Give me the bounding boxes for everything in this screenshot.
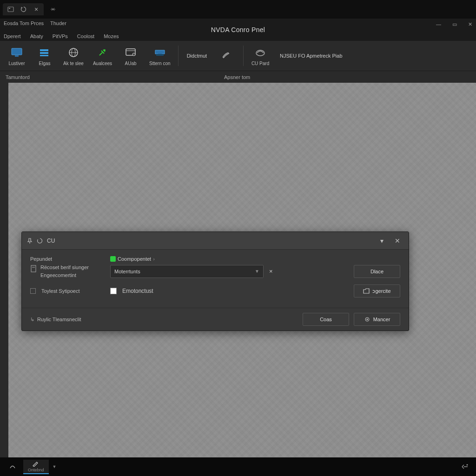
tool-aualcees[interactable]: Aualcees	[88, 44, 117, 68]
button-label: ɔgercite	[372, 288, 390, 294]
mancer-button[interactable]: Mancer	[354, 313, 400, 326]
subheader-left-label: Tamuntord	[0, 74, 218, 80]
clear-select-button[interactable]: ×	[269, 268, 273, 275]
sub-header: Tamuntord Apsner tom	[0, 71, 476, 83]
tool-label: Elgas	[39, 61, 50, 66]
taskbar-app-icon	[8, 463, 17, 469]
helmet-icon	[254, 46, 267, 59]
tab-refresh-icon[interactable]	[20, 5, 28, 13]
maximize-button[interactable]: ▭	[452, 21, 457, 27]
menu2-item-1[interactable]: Abaty	[30, 33, 43, 39]
browser-tabstrip: ×	[0, 0, 476, 19]
tool-lustiver[interactable]: Lustiver	[3, 44, 31, 68]
gear-icon	[364, 316, 370, 323]
checkbox-emoton[interactable]	[110, 288, 117, 294]
taskbar-item-0[interactable]	[4, 462, 21, 471]
svg-rect-1	[9, 8, 10, 9]
dialog-titlebar[interactable]: CU ▾ ✕	[22, 232, 409, 250]
tab-close-button[interactable]: ×	[33, 6, 40, 13]
section-heading: Pepundet	[30, 256, 105, 262]
active-tab[interactable]: ×	[3, 3, 44, 15]
taskbar-pen-icon	[32, 461, 40, 467]
close-window-button[interactable]: ✕	[468, 21, 472, 27]
settings-dialog: CU ▾ ✕ Pepundet Coompopentet › Rëcoset b…	[21, 231, 409, 331]
tool-cupard[interactable]: CU Pard	[246, 44, 274, 68]
taskbar: Ontebnd ▼	[0, 457, 476, 476]
app-header: Eosda Tom Prces Thuder NVDA Conro Pnel —…	[0, 19, 476, 41]
generate-button[interactable]: ɔgercite	[354, 284, 400, 298]
dialog-refresh-icon[interactable]	[37, 238, 43, 244]
button-label: Mancer	[373, 317, 390, 322]
button-label: Dlace	[370, 269, 383, 274]
menu2-item-3[interactable]: Coolost	[77, 33, 94, 39]
toolbar-separator	[178, 46, 178, 66]
dialog-close-button[interactable]: ✕	[391, 235, 404, 246]
tool-label: NJSEU FO Apmetreck Piab	[280, 53, 343, 59]
svg-rect-5	[40, 52, 48, 54]
globe-icon	[67, 46, 80, 59]
plug-icon	[96, 46, 109, 59]
tool-label: CU Pard	[251, 61, 269, 66]
menu2-item-0[interactable]: Dperert	[4, 33, 21, 39]
tool-label: Sttern con	[149, 61, 171, 66]
green-swatch-icon	[110, 256, 116, 262]
tool-auab[interactable]: AUab	[117, 44, 145, 68]
row1-line2: Engeecomertint	[40, 271, 89, 279]
monitor-icon	[10, 46, 23, 59]
preset-select[interactable]: Moterrtunts ▼	[110, 265, 264, 278]
menu2-item-2[interactable]: PitVPs	[53, 33, 68, 39]
tool-didctmut[interactable]: Didctmut	[181, 51, 212, 60]
chevron-down-icon: ▼	[255, 269, 259, 274]
svg-rect-14	[156, 54, 164, 56]
svg-rect-0	[8, 7, 13, 12]
window-icon	[124, 46, 137, 59]
chevron-right-icon: ›	[153, 256, 155, 262]
tool-label: Didctmut	[187, 53, 207, 59]
dialog-pin-icon[interactable]	[26, 238, 33, 244]
app-title: NVDA Conro Pnel	[0, 26, 476, 33]
svg-point-10	[104, 49, 106, 51]
taskbar-tray-icon[interactable]	[457, 463, 472, 470]
preset-icon	[30, 264, 37, 273]
tool-njseu[interactable]: NJSEU FO Apmetreck Piab	[274, 51, 348, 60]
new-tab-icon[interactable]	[46, 7, 60, 12]
menu-row-2: Dperert Abaty PitVPs Coolost Mozes	[4, 33, 119, 39]
coas-button[interactable]: Coas	[303, 313, 349, 326]
main-toolbar: Lustiver Elgas Ak te slee Aualcees AUab …	[0, 41, 476, 71]
checkbox-toylest[interactable]	[30, 288, 36, 294]
inbox-icon	[153, 46, 166, 59]
svg-point-20	[467, 464, 468, 466]
taskbar-chevron-icon[interactable]: ▼	[51, 464, 59, 469]
svg-rect-2	[12, 48, 22, 55]
footer-label: Ruylic Tleamsneclit	[37, 317, 81, 322]
minimize-button[interactable]: —	[436, 21, 441, 27]
tab-app-icon	[7, 5, 15, 13]
toolbar-separator	[243, 46, 244, 66]
tool-akteslee[interactable]: Ak te slee	[59, 44, 88, 68]
button-label: Coas	[320, 317, 332, 322]
tool-sterncon[interactable]: Sttern con	[145, 44, 175, 68]
tool-label: AUab	[125, 61, 137, 66]
subheader-right-label: Apsner tom	[218, 74, 250, 80]
left-gutter	[0, 83, 8, 457]
tool-elgas[interactable]: Elgas	[31, 44, 59, 68]
stack-icon	[38, 46, 51, 59]
menu2-item-4[interactable]: Mozes	[104, 33, 119, 39]
tool-paint[interactable]	[212, 46, 240, 65]
menu1-item-1[interactable]: Thuder	[50, 20, 66, 26]
dialog-title: CU	[47, 238, 373, 244]
svg-rect-16	[31, 265, 36, 272]
tool-label: Ak te slee	[63, 61, 84, 66]
window-controls: — ▭ ✕	[436, 21, 472, 27]
tool-label: Lustiver	[8, 61, 25, 66]
paint-icon	[220, 48, 233, 61]
dialog-dropdown-icon[interactable]: ▾	[377, 235, 387, 246]
taskbar-item-1[interactable]: Ontebnd	[23, 460, 49, 474]
status-tag[interactable]: Coompopentet ›	[110, 256, 155, 262]
folder-icon	[363, 288, 370, 294]
document-area: CU ▾ ✕ Pepundet Coompopentet › Rëcoset b…	[0, 83, 476, 457]
svg-point-19	[366, 319, 368, 320]
dlace-button[interactable]: Dlace	[354, 265, 400, 278]
tag-label: Coompopentet	[118, 256, 151, 262]
menu1-item-0[interactable]: Eosda Tom Prces	[4, 20, 44, 26]
